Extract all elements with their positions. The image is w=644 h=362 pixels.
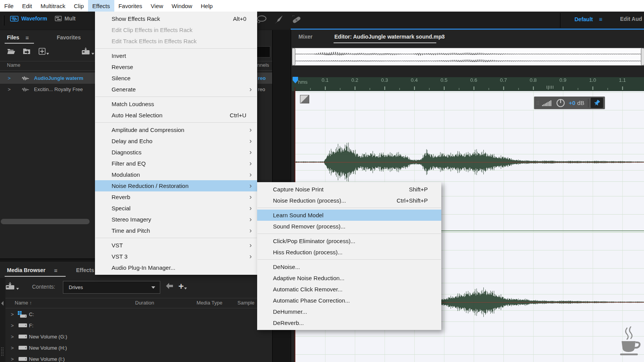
editor-panel-menu-icon[interactable]: ≡: [440, 34, 443, 40]
expand-row-icon[interactable]: >: [8, 75, 11, 81]
add-drive-icon[interactable]: +: [178, 281, 187, 292]
hud-grip-dots[interactable]: [537, 101, 539, 105]
tab-media-browser[interactable]: Media Browser: [7, 267, 46, 273]
menu-item-stereo-imagery[interactable]: Stereo Imagery›: [95, 214, 257, 225]
media-browser-menu-icon[interactable]: ≡: [54, 267, 58, 274]
menu-item-reverse[interactable]: Reverse: [95, 61, 257, 73]
expand-row-icon[interactable]: >: [11, 356, 14, 362]
submenu-item-dereverb[interactable]: DeReverb...: [257, 317, 441, 328]
menu-file[interactable]: File: [0, 0, 18, 12]
menu-edit[interactable]: Edit: [18, 0, 36, 12]
open-file-icon[interactable]: [7, 48, 15, 54]
menu-effects[interactable]: Effects: [88, 0, 114, 12]
submenu-item-noise-reduction-process[interactable]: Noise Reduction (process)...Ctrl+Shift+P: [257, 195, 441, 206]
expand-row-icon[interactable]: >: [11, 334, 14, 340]
menu-item-show-effects-rack[interactable]: Show Effects RackAlt+0: [95, 13, 257, 24]
submenu-item-clickpop-eliminator[interactable]: Click/Pop Eliminator (process)...: [257, 235, 441, 247]
menu-item-delay-echo[interactable]: Delay and Echo›: [95, 135, 257, 147]
menu-item-amplitude-compression[interactable]: Amplitude and Compression›: [95, 124, 257, 135]
drive-row[interactable]: > New Volume (H:): [0, 342, 272, 354]
export-file-icon[interactable]: [81, 47, 94, 55]
menu-favorites[interactable]: Favorites: [114, 0, 147, 12]
menu-item-filter-eq[interactable]: Filter and EQ›: [95, 158, 257, 169]
files-col-channels[interactable]: nnels: [257, 62, 269, 68]
lasso-tool-icon[interactable]: [256, 15, 267, 25]
expand-row-icon[interactable]: >: [11, 345, 14, 351]
menu-clip[interactable]: Clip: [69, 0, 88, 12]
menu-multitrack[interactable]: Multitrack: [36, 0, 69, 12]
volume-value[interactable]: +0: [569, 100, 575, 106]
workspace-switcher[interactable]: Default ≡: [575, 16, 602, 22]
drive-row[interactable]: > New Volume (G:): [0, 331, 272, 342]
expand-row-icon[interactable]: >: [8, 86, 11, 92]
navigator-right-handle[interactable]: [641, 48, 644, 66]
menu-item-generate[interactable]: Generate›: [95, 84, 257, 95]
volume-hud[interactable]: +0 dB: [534, 96, 605, 109]
tab-files[interactable]: Files: [7, 34, 19, 41]
submenu-item-automatic-click-remover[interactable]: Automatic Click Remover...: [257, 284, 441, 295]
expand-row-icon[interactable]: >: [11, 311, 14, 317]
navigator-left-handle[interactable]: [292, 48, 295, 66]
tab-editor[interactable]: Editor: AudioJungle watermark sound.mp3: [334, 34, 445, 40]
drive-row[interactable]: > New Volume (I:): [0, 354, 272, 362]
expand-row-icon[interactable]: >: [11, 323, 14, 328]
menu-item-diagnostics[interactable]: Diagnostics›: [95, 147, 257, 158]
submenu-item-hiss-reduction[interactable]: Hiss Reduction (process)...: [257, 247, 441, 258]
submenu-item-automatic-phase-correction[interactable]: Automatic Phase Correction...: [257, 295, 441, 306]
mb-col-sample[interactable]: Sample: [237, 300, 254, 306]
pin-button[interactable]: [591, 98, 603, 108]
menu-item-noise-reduction-restoration[interactable]: Noise Reduction / Restoration›: [95, 180, 257, 191]
submenu-item-dehummer[interactable]: DeHummer...: [257, 306, 441, 317]
submenu-item-sound-remover[interactable]: Sound Remover (process)...: [257, 221, 441, 232]
tab-favorites[interactable]: Favorites: [57, 34, 81, 41]
menu-help[interactable]: Help: [197, 0, 217, 12]
menu-separator: [95, 238, 257, 238]
submenu-item-denoise[interactable]: DeNoise...: [257, 261, 441, 272]
playhead-marker[interactable]: [293, 77, 298, 80]
submenu-item-capture-noise-print[interactable]: Capture Noise PrintShift+P: [257, 184, 441, 195]
import-file-icon[interactable]: [22, 48, 32, 54]
files-col-name[interactable]: Name: [7, 62, 20, 68]
drive-row[interactable]: > F:: [0, 320, 272, 331]
back-arrow-icon[interactable]: [165, 282, 174, 290]
horizontal-scrollbar[interactable]: [1, 219, 90, 224]
menu-item-modulation[interactable]: Modulation›: [95, 169, 257, 180]
mb-col-name[interactable]: Name ↑: [15, 300, 32, 306]
menu-item-time-pitch[interactable]: Time and Pitch›: [95, 225, 257, 236]
menu-item-vst[interactable]: VST›: [95, 240, 257, 251]
menu-window[interactable]: Window: [168, 0, 197, 12]
overview-navigator[interactable]: [292, 48, 644, 66]
files-panel-menu-icon[interactable]: ≡: [25, 34, 29, 41]
spot-healing-tool-icon[interactable]: [290, 15, 303, 25]
panel-grip-dots[interactable]: [1, 347, 3, 356]
multitrack-view-button[interactable]: Mult: [55, 15, 76, 22]
drive-row[interactable]: > C:: [0, 309, 272, 320]
contents-dropdown[interactable]: Drives: [63, 281, 160, 294]
menu-item-silence[interactable]: Silence: [95, 73, 257, 84]
mb-col-media-type[interactable]: Media Type: [197, 300, 222, 306]
volume-knob-icon[interactable]: [556, 98, 565, 108]
mb-col-duration[interactable]: Duration: [135, 300, 154, 306]
menu-item-auto-heal[interactable]: Auto Heal SelectionCtrl+U: [95, 110, 257, 121]
drive-icon: [19, 346, 27, 350]
menu-item-special[interactable]: Special›: [95, 203, 257, 214]
tab-effects-panel[interactable]: Effects: [76, 267, 94, 273]
paintbrush-tool-icon[interactable]: [273, 15, 284, 25]
submenu-item-adaptive-noise-reduction[interactable]: Adaptive Noise Reduction...: [257, 272, 441, 284]
tab-mixer[interactable]: Mixer: [298, 34, 313, 40]
chevron-right-icon: ›: [249, 204, 252, 212]
new-content-icon[interactable]: [39, 48, 49, 55]
collapse-panel-icon[interactable]: [1, 301, 4, 306]
submenu-item-learn-sound-model[interactable]: Learn Sound Model: [257, 210, 441, 221]
menu-item-reverb[interactable]: Reverb›: [95, 191, 257, 203]
import-media-icon[interactable]: [5, 282, 19, 290]
workspace-edit-audio[interactable]: Edit Aud: [620, 16, 642, 22]
menu-item-audio-plugin-manager[interactable]: Audio Plug-In Manager...: [95, 262, 257, 273]
workspace-menu-icon[interactable]: ≡: [599, 16, 602, 22]
fade-in-handle[interactable]: [300, 95, 309, 103]
menu-item-match-loudness[interactable]: Match Loudness: [95, 98, 257, 110]
menu-item-invert[interactable]: Invert: [95, 50, 257, 61]
menu-view[interactable]: View: [146, 0, 167, 12]
waveform-view-button[interactable]: Waveform: [10, 15, 47, 22]
menu-item-vst3[interactable]: VST 3›: [95, 251, 257, 262]
